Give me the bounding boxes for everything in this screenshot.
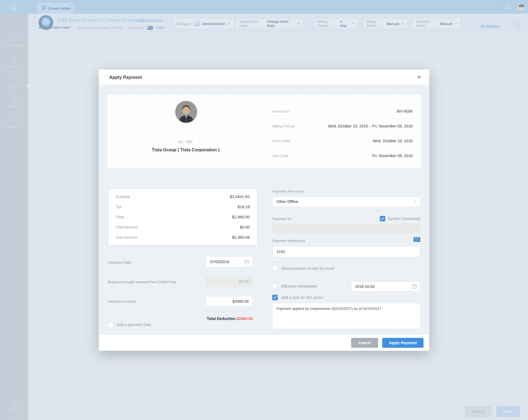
field-divider: [272, 262, 420, 262]
tab-create-order[interactable]: Create Order ×: [37, 3, 74, 14]
summary-row: Subtotal$2,4441.82: [116, 194, 250, 199]
sidebar-item-dashboard[interactable]: DASHBOARD: [0, 35, 28, 48]
add-payment-note-row: Add a payment note: [108, 322, 151, 327]
field-divider: [272, 211, 420, 211]
sidebar-item-payment[interactable]: PAYMENT: [0, 114, 28, 128]
payment-id-label: Payment Id: [272, 217, 291, 221]
payment-reference-input[interactable]: [272, 246, 420, 257]
action-note-textarea[interactable]: Payment applied by Implementer (02/10/20…: [272, 303, 420, 329]
payment-mode-dropdown[interactable]: Payment Mode: Manual: [413, 18, 461, 29]
topbar: Create Order ×: [0, 0, 528, 14]
status-dot: [39, 27, 41, 29]
tab-label: Create Order: [48, 6, 71, 10]
notifications-bell-icon[interactable]: [504, 4, 510, 11]
columns-divider: [265, 178, 265, 335]
sidebar: DASHBOARD ACCOUNT ORDER INVOICE PAYMENT …: [0, 14, 28, 420]
cart-icon: [41, 5, 46, 11]
order-id: ORD-WNJ-AWH: [45, 26, 70, 30]
field-divider: [272, 238, 420, 238]
payment-reference-label: Payment Referance: [272, 239, 305, 243]
topbar-divider: [500, 2, 500, 11]
add-payment-note-checkbox[interactable]: [108, 322, 113, 327]
change-account-link[interactable]: Change Account: [137, 18, 163, 22]
calendar-icon[interactable]: [412, 283, 417, 290]
app-logo: [8, 2, 19, 13]
summary-row: Paid Amount$0.00: [116, 225, 250, 229]
active-item-arrow: [26, 83, 28, 88]
customer-code: AJ - 001: [107, 140, 264, 144]
timezone-label: Time Zone: Adelaide (+09:30): [77, 26, 122, 30]
page-title: Add fixed product ( Fixed Product ): [57, 17, 144, 23]
payment-amount-input[interactable]: [206, 296, 253, 307]
summary-row: Total$2,460.00: [116, 215, 250, 219]
sidebar-item-todo[interactable]: TO DO: [0, 399, 28, 411]
billing-mode-dropdown[interactable]: Billing Mode: Manual: [363, 18, 408, 29]
cancel-button[interactable]: Cancel: [351, 338, 378, 348]
payment-processor-select[interactable]: Other Offline: [272, 196, 420, 207]
home-icon: [10, 38, 18, 43]
australia-flag-icon: [147, 26, 153, 30]
sidebar-item-new[interactable]: NEW: [0, 416, 28, 420]
customer-section: AJ - 001 Tista Group ( Tista Corporation…: [107, 95, 264, 168]
send-receipt-row: Send payment receipt by email: [272, 266, 334, 271]
invoice-details: Invoice ID INV-9058 Billing Period Wed, …: [273, 104, 413, 163]
apply-payment-button[interactable]: Apply Payment: [382, 338, 424, 348]
sidebar-item-account[interactable]: ACCOUNT: [0, 55, 28, 68]
field-divider: [108, 272, 263, 272]
cart-icon: [10, 79, 18, 83]
field-divider: [108, 311, 263, 311]
tab-close-icon[interactable]: ×: [70, 4, 72, 7]
manager-dropdown[interactable]: Manager: Administrator: [173, 18, 234, 29]
chevron-down-icon: [402, 23, 404, 24]
payment-id-input: [272, 224, 420, 234]
billing-start-date-dropdown[interactable]: Billing Start Date: Charge Start Date: [236, 18, 303, 29]
field-divider: [272, 275, 420, 276]
invoice-row: Issue Date Wed, October 10, 2018: [273, 134, 413, 149]
meta-divider: [126, 26, 126, 30]
system-generated-row: System Generated: [380, 216, 420, 221]
credit-note-label: Balance brought forward from Credit Note: [108, 280, 177, 284]
meta-divider: [73, 26, 74, 30]
person-icon: [10, 59, 18, 63]
all-options-link[interactable]: All Options: [480, 24, 499, 28]
user-avatar[interactable]: [518, 3, 526, 11]
currency-value: AUD: [156, 26, 164, 30]
send-receipt-checkbox[interactable]: [272, 266, 278, 271]
summary-row: Due Amount$2,460.06: [116, 235, 250, 240]
payment-processor-label: Payment Processor: [272, 189, 305, 193]
manager-avatar: [194, 21, 200, 26]
check-icon: [381, 217, 384, 220]
system-generated-checkbox[interactable]: [380, 216, 385, 221]
modal-title: Apply Payment: [109, 75, 142, 80]
billing-period-dropdown[interactable]: Billing Period: 1 Day: [314, 18, 358, 29]
chevron-down-icon: [297, 23, 299, 24]
check-icon: [273, 296, 277, 299]
invoice-icon: [11, 98, 17, 103]
calendar-icon[interactable]: [244, 259, 249, 266]
order-meta: ORD-WNJ-AWH Time Zone: Adelaide (+09:30)…: [39, 26, 164, 30]
add-note-checkbox[interactable]: [272, 295, 278, 300]
sidebar-item-order[interactable]: ORDER: [0, 75, 28, 88]
effective-immediately-row: Effective immediately: [272, 283, 317, 289]
footer-cancel-button[interactable]: Cancel: [465, 406, 492, 417]
amount-summary: Subtotal$2,4441.82 Tax$18.18 Total$2,460…: [108, 188, 258, 246]
settings-icon[interactable]: [513, 20, 522, 29]
amex-card-icon: [414, 237, 420, 242]
modal-body: AJ - 001 Tista Group ( Tista Corporation…: [99, 85, 429, 335]
modal-header: Apply Payment ×: [99, 69, 429, 85]
footer-save-button[interactable]: Save: [496, 406, 520, 417]
payment-amount-label: Payment Amount: [108, 299, 136, 304]
chevron-down-icon: [414, 201, 416, 202]
wallet-icon: [10, 119, 18, 123]
effective-immediately-checkbox[interactable]: [272, 283, 278, 289]
topbar-divider: [513, 2, 513, 11]
modal-footer: Cancel Apply Payment: [99, 335, 429, 351]
payment-date-label: Payment Date: [108, 260, 131, 265]
panel-divider: [264, 95, 264, 168]
effective-date-input[interactable]: [351, 281, 420, 291]
close-icon[interactable]: ×: [416, 74, 423, 81]
currency-label: Currency:: [129, 26, 144, 30]
sidebar-item-invoice[interactable]: INVOICE: [0, 94, 28, 108]
add-note-row: Add a note for this action: [272, 295, 324, 300]
invoice-row: Due Date Fri, November 09, 2018: [273, 148, 413, 163]
